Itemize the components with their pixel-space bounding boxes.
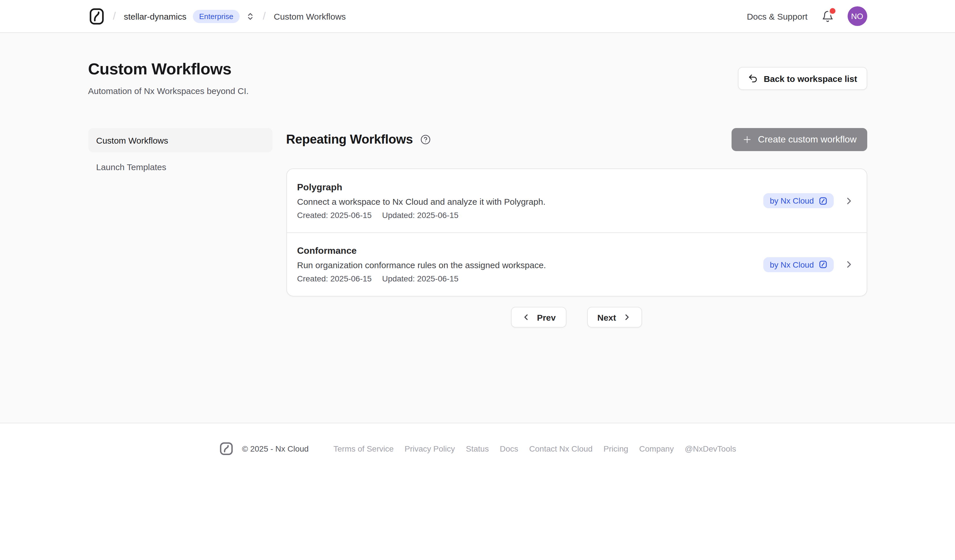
create-custom-workflow-button[interactable]: Create custom workflow: [731, 128, 867, 151]
workflow-info: Polygraph Connect a workspace to Nx Clou…: [297, 182, 763, 220]
workflow-name: Conformance: [297, 246, 763, 256]
pagination: Prev Next: [286, 307, 867, 328]
main-content: Custom Workflows Automation of Nx Worksp…: [0, 33, 955, 423]
footer-link-nxdevtools[interactable]: @NxDevTools: [685, 444, 736, 453]
page-header-text: Custom Workflows Automation of Nx Worksp…: [88, 59, 249, 96]
prev-button-label: Prev: [537, 312, 556, 322]
nx-logo-icon: [88, 7, 105, 25]
sidebar-item-custom-workflows[interactable]: Custom Workflows: [88, 128, 272, 152]
undo-icon: [748, 73, 758, 84]
notifications-button[interactable]: [821, 10, 833, 22]
content-container: Custom Workflows Automation of Nx Worksp…: [88, 33, 867, 328]
next-button-label: Next: [597, 312, 616, 322]
workflow-created-date: Created: 2025-06-15: [297, 210, 371, 220]
copyright-text: © 2025 - Nx Cloud: [242, 444, 308, 453]
next-page-button[interactable]: Next: [587, 307, 642, 328]
plus-icon: [742, 134, 752, 145]
workflow-info: Conformance Run organization conformance…: [297, 246, 763, 283]
section-title-wrap: Repeating Workflows: [286, 132, 431, 147]
workflow-row-polygraph[interactable]: Polygraph Connect a workspace to Nx Clou…: [286, 169, 866, 232]
workflow-meta: Created: 2025-06-15 Updated: 2025-06-15: [297, 210, 763, 220]
footer-link-status[interactable]: Status: [466, 444, 489, 453]
page-footer: © 2025 - Nx Cloud Terms of Service Priva…: [0, 423, 955, 456]
nx-logo-icon: [819, 260, 827, 269]
chevron-right-icon: [843, 195, 854, 206]
nx-cloud-logo[interactable]: [88, 7, 105, 25]
app-root: / stellar-dynamics Enterprise / Custom W…: [0, 0, 955, 560]
enterprise-badge: Enterprise: [193, 9, 240, 23]
workspace-switcher[interactable]: stellar-dynamics Enterprise: [124, 9, 255, 23]
workflows-section: Repeating Workflows Create custo: [286, 128, 867, 328]
workflow-row-side: by Nx Cloud: [763, 193, 854, 208]
breadcrumb-separator: /: [263, 10, 266, 22]
workflows-card: Polygraph Connect a workspace to Nx Clou…: [286, 168, 867, 296]
chevron-right-icon: [622, 313, 632, 322]
chevron-left-icon: [521, 313, 531, 322]
badge-label: by Nx Cloud: [770, 260, 814, 269]
breadcrumb: / stellar-dynamics Enterprise / Custom W…: [88, 7, 346, 25]
top-navbar: / stellar-dynamics Enterprise / Custom W…: [0, 0, 955, 33]
page-title: Custom Workflows: [88, 59, 249, 79]
prev-page-button[interactable]: Prev: [511, 307, 566, 328]
create-button-label: Create custom workflow: [758, 134, 856, 145]
footer-link-docs[interactable]: Docs: [500, 444, 518, 453]
section-header: Repeating Workflows Create custo: [286, 128, 867, 151]
navbar-inner: / stellar-dynamics Enterprise / Custom W…: [88, 6, 867, 26]
footer-brand: © 2025 - Nx Cloud: [219, 441, 308, 456]
avatar[interactable]: NO: [847, 6, 867, 26]
workflow-name: Polygraph: [297, 182, 763, 192]
workflow-description: Connect a workspace to Nx Cloud and anal…: [297, 197, 763, 206]
sidebar: Custom Workflows Launch Templates: [88, 128, 272, 328]
footer-link-terms[interactable]: Terms of Service: [333, 444, 394, 453]
footer-link-pricing[interactable]: Pricing: [603, 444, 628, 453]
navbar-actions: Docs & Support NO: [747, 6, 867, 26]
workflow-updated-date: Updated: 2025-06-15: [382, 274, 459, 283]
by-nx-cloud-badge[interactable]: by Nx Cloud: [763, 193, 833, 208]
breadcrumb-current[interactable]: Custom Workflows: [274, 11, 346, 21]
breadcrumb-separator: /: [113, 10, 116, 22]
workflow-updated-date: Updated: 2025-06-15: [382, 210, 459, 220]
by-nx-cloud-badge[interactable]: by Nx Cloud: [763, 257, 833, 272]
page-subtitle: Automation of Nx Workspaces beyond CI.: [88, 86, 249, 96]
footer-row: © 2025 - Nx Cloud Terms of Service Priva…: [0, 441, 955, 456]
badge-label: by Nx Cloud: [770, 196, 814, 205]
workflow-row-side: by Nx Cloud: [763, 257, 854, 272]
back-button-label: Back to workspace list: [764, 73, 857, 83]
help-circle-icon[interactable]: [420, 134, 431, 145]
notification-dot: [830, 8, 835, 14]
footer-link-privacy[interactable]: Privacy Policy: [405, 444, 455, 453]
docs-support-link[interactable]: Docs & Support: [747, 11, 808, 21]
chevron-right-icon: [843, 259, 854, 270]
workflow-created-date: Created: 2025-06-15: [297, 274, 371, 283]
nx-logo-icon: [819, 197, 827, 205]
footer-link-contact[interactable]: Contact Nx Cloud: [529, 444, 592, 453]
section-title: Repeating Workflows: [286, 132, 413, 147]
two-column-layout: Custom Workflows Launch Templates Repeat…: [88, 128, 867, 328]
workflow-description: Run organization conformance rules on th…: [297, 260, 763, 270]
workflow-meta: Created: 2025-06-15 Updated: 2025-06-15: [297, 274, 763, 283]
workflow-row-conformance[interactable]: Conformance Run organization conformance…: [286, 232, 866, 296]
workspace-name: stellar-dynamics: [124, 11, 186, 21]
sidebar-item-label: Custom Workflows: [96, 135, 168, 145]
page-header: Custom Workflows Automation of Nx Worksp…: [88, 33, 867, 96]
chevrons-up-down-icon: [246, 12, 255, 20]
nx-logo-icon: [219, 441, 234, 456]
sidebar-item-label: Launch Templates: [96, 162, 166, 172]
footer-link-company[interactable]: Company: [639, 444, 674, 453]
sidebar-item-launch-templates[interactable]: Launch Templates: [88, 154, 272, 179]
back-to-workspace-list-button[interactable]: Back to workspace list: [738, 67, 867, 90]
